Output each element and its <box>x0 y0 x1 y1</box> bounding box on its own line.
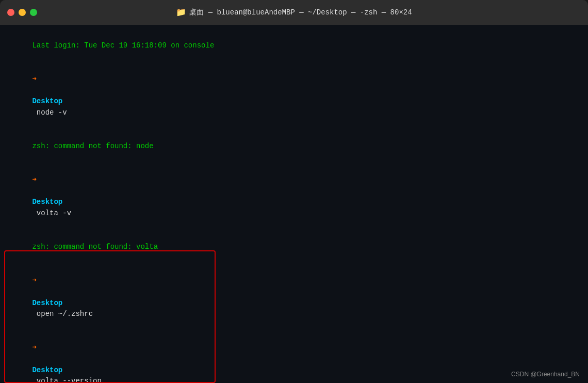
terminal-line-7: ➜ Desktop volta --version <box>6 331 582 383</box>
terminal-line-3: zsh: command not found: node <box>6 130 582 163</box>
terminal-body[interactable]: Last login: Tue Dec 19 16:18:09 on conso… <box>0 25 588 383</box>
prompt-arrow: ➜ <box>32 75 36 83</box>
window: 📁 桌面 — bluean@blueAndeMBP — ~/Desktop — … <box>0 0 588 383</box>
window-title: 桌面 — bluean@blueAndeMBP — ~/Desktop — -z… <box>189 8 412 17</box>
terminal-line-4: ➜ Desktop volta -v <box>6 163 582 230</box>
title-bar: 📁 桌面 — bluean@blueAndeMBP — ~/Desktop — … <box>0 0 588 25</box>
terminal-line-5: zsh: command not found: volta <box>6 230 582 264</box>
prompt-command: node -v <box>32 108 67 117</box>
prompt-desktop: Desktop <box>32 97 62 105</box>
folder-icon: 📁 <box>176 7 186 18</box>
title-text: 📁 桌面 — bluean@blueAndeMBP — ~/Desktop — … <box>176 7 412 18</box>
traffic-lights <box>7 9 37 16</box>
watermark: CSDN @Greenhand_BN <box>511 371 580 378</box>
close-button[interactable] <box>7 9 14 16</box>
terminal-line-6: ➜ Desktop open ~/.zshrc <box>6 264 582 331</box>
prompt-space <box>32 86 41 94</box>
minimize-button[interactable] <box>19 9 26 16</box>
maximize-button[interactable] <box>30 9 37 16</box>
terminal-line-2: ➜ Desktop node -v <box>6 62 582 130</box>
terminal-line-1: Last login: Tue Dec 19 16:18:09 on conso… <box>6 29 582 62</box>
